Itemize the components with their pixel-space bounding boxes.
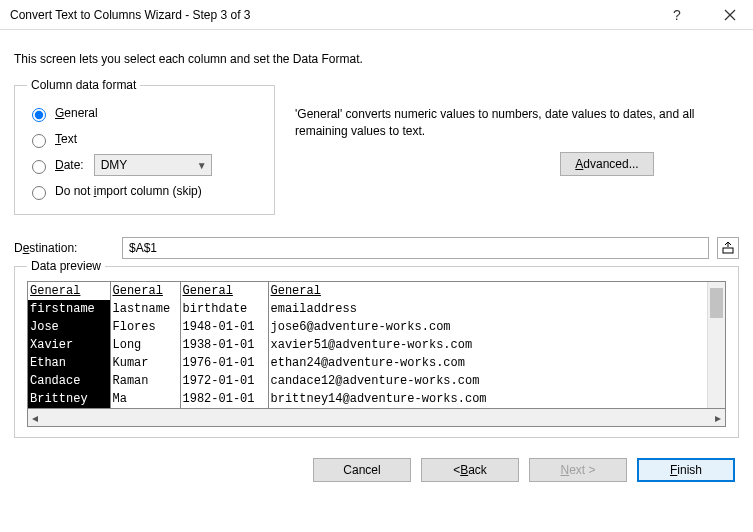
- preview-header[interactable]: General: [268, 282, 707, 300]
- preview-cell[interactable]: 1948-01-01: [180, 318, 268, 336]
- preview-cell[interactable]: 1972-01-01: [180, 372, 268, 390]
- preview-cell[interactable]: birthdate: [180, 300, 268, 318]
- svg-rect-2: [723, 248, 733, 253]
- radio-date[interactable]: [32, 160, 46, 174]
- preview-cell[interactable]: jose6@adventure-works.com: [268, 318, 707, 336]
- preview-cell[interactable]: Raman: [110, 372, 180, 390]
- scroll-left-icon[interactable]: ◂: [32, 411, 38, 425]
- back-button[interactable]: < Back: [421, 458, 519, 482]
- radio-date-label[interactable]: Date:: [55, 158, 84, 172]
- scroll-right-icon[interactable]: ▸: [715, 411, 721, 425]
- preview-header[interactable]: General: [28, 282, 110, 300]
- horizontal-scrollbar[interactable]: ◂ ▸: [27, 409, 726, 427]
- finish-button[interactable]: Finish: [637, 458, 735, 482]
- preview-cell[interactable]: Xavier: [28, 336, 110, 354]
- intro-text: This screen lets you select each column …: [14, 52, 739, 66]
- window-title: Convert Text to Columns Wizard - Step 3 …: [10, 8, 673, 22]
- preview-legend: Data preview: [27, 259, 105, 273]
- preview-cell[interactable]: Kumar: [110, 354, 180, 372]
- destination-label: Destination:: [14, 241, 114, 255]
- preview-cell[interactable]: xavier51@adventure-works.com: [268, 336, 707, 354]
- chevron-down-icon: ▼: [197, 160, 207, 171]
- preview-group: Data preview General General General Gen…: [14, 259, 739, 438]
- preview-header[interactable]: General: [110, 282, 180, 300]
- radio-skip-label[interactable]: Do not import column (skip): [55, 184, 202, 198]
- range-picker-button[interactable]: [717, 237, 739, 259]
- cancel-button[interactable]: Cancel: [313, 458, 411, 482]
- radio-skip[interactable]: [32, 186, 46, 200]
- column-format-group: Column data format General Text Date: DM…: [14, 78, 275, 215]
- preview-cell[interactable]: Flores: [110, 318, 180, 336]
- format-description: 'General' converts numeric values to num…: [295, 106, 739, 140]
- preview-cell[interactable]: 1982-01-01: [180, 390, 268, 408]
- destination-input[interactable]: [122, 237, 709, 259]
- radio-general[interactable]: [32, 108, 46, 122]
- date-format-select[interactable]: DMY ▼: [94, 154, 212, 176]
- preview-table[interactable]: General General General General firstnam…: [28, 282, 707, 408]
- date-format-value: DMY: [101, 158, 128, 172]
- preview-cell[interactable]: candace12@adventure-works.com: [268, 372, 707, 390]
- preview-cell[interactable]: Candace: [28, 372, 110, 390]
- next-button: Next >: [529, 458, 627, 482]
- range-picker-icon: [722, 242, 734, 254]
- preview-area[interactable]: General General General General firstnam…: [27, 281, 726, 409]
- scrollbar-thumb[interactable]: [710, 288, 723, 318]
- preview-cell[interactable]: 1976-01-01: [180, 354, 268, 372]
- preview-header[interactable]: General: [180, 282, 268, 300]
- preview-cell[interactable]: Ma: [110, 390, 180, 408]
- radio-general-label[interactable]: General: [55, 106, 98, 120]
- preview-cell[interactable]: Jose: [28, 318, 110, 336]
- preview-cell[interactable]: firstname: [28, 300, 110, 318]
- preview-cell[interactable]: emailaddress: [268, 300, 707, 318]
- radio-text[interactable]: [32, 134, 46, 148]
- help-button[interactable]: ?: [673, 7, 703, 23]
- advanced-button[interactable]: Advanced...: [560, 152, 653, 176]
- preview-cell[interactable]: Long: [110, 336, 180, 354]
- column-format-legend: Column data format: [27, 78, 140, 92]
- radio-text-label[interactable]: Text: [55, 132, 77, 146]
- preview-cell[interactable]: Ethan: [28, 354, 110, 372]
- preview-cell[interactable]: 1938-01-01: [180, 336, 268, 354]
- preview-cell[interactable]: ethan24@adventure-works.com: [268, 354, 707, 372]
- close-button[interactable]: [707, 0, 753, 30]
- preview-cell[interactable]: brittney14@adventure-works.com: [268, 390, 707, 408]
- preview-cell[interactable]: lastname: [110, 300, 180, 318]
- preview-cell[interactable]: Brittney: [28, 390, 110, 408]
- vertical-scrollbar[interactable]: [707, 282, 725, 408]
